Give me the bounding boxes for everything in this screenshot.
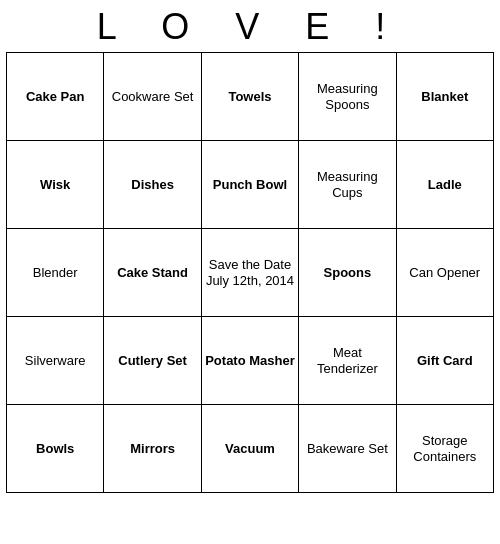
bingo-table: Cake PanCookware SetTowelsMeasuring Spoo… (6, 52, 494, 493)
table-row: WiskDishesPunch BowlMeasuring CupsLadle (7, 141, 494, 229)
bingo-cell: Blender (7, 229, 104, 317)
bingo-cell: Meat Tenderizer (299, 317, 396, 405)
bingo-cell: Ladle (396, 141, 493, 229)
bingo-cell: Save the Date July 12th, 2014 (201, 229, 298, 317)
bingo-cell: Wisk (7, 141, 104, 229)
bingo-cell: Towels (201, 53, 298, 141)
bingo-cell: Spoons (299, 229, 396, 317)
table-row: SilverwareCutlery SetPotato MasherMeat T… (7, 317, 494, 405)
header-title: L O V E ! (97, 6, 404, 48)
bingo-cell: Bowls (7, 405, 104, 493)
table-row: BowlsMirrorsVacuumBakeware SetStorage Co… (7, 405, 494, 493)
bingo-cell: Mirrors (104, 405, 201, 493)
bingo-cell: Storage Containers (396, 405, 493, 493)
bingo-cell: Cutlery Set (104, 317, 201, 405)
bingo-cell: Bakeware Set (299, 405, 396, 493)
bingo-cell: Gift Card (396, 317, 493, 405)
bingo-cell: Dishes (104, 141, 201, 229)
bingo-cell: Punch Bowl (201, 141, 298, 229)
table-row: Cake PanCookware SetTowelsMeasuring Spoo… (7, 53, 494, 141)
bingo-cell: Measuring Spoons (299, 53, 396, 141)
bingo-cell: Blanket (396, 53, 493, 141)
bingo-cell: Vacuum (201, 405, 298, 493)
bingo-cell: Cake Pan (7, 53, 104, 141)
bingo-cell: Potato Masher (201, 317, 298, 405)
bingo-header: L O V E ! (0, 0, 500, 52)
bingo-cell: Measuring Cups (299, 141, 396, 229)
bingo-cell: Cookware Set (104, 53, 201, 141)
bingo-cell: Silverware (7, 317, 104, 405)
table-row: BlenderCake StandSave the Date July 12th… (7, 229, 494, 317)
bingo-cell: Can Opener (396, 229, 493, 317)
bingo-cell: Cake Stand (104, 229, 201, 317)
